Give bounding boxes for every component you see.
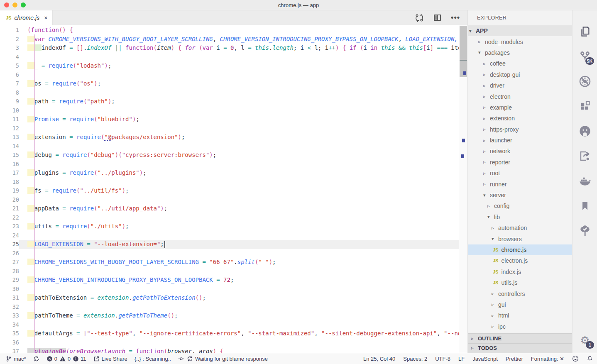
code-line-6[interactable]: 6 — [0, 71, 459, 80]
activity-debug-button[interactable] — [573, 72, 597, 90]
code-line-19[interactable]: 19 fs = require("../util/fs"); — [0, 186, 459, 195]
code-text[interactable]: os = require("os"); — [19, 79, 459, 88]
code-text[interactable]: _ = require("lodash"); — [19, 61, 459, 71]
code-line-11[interactable]: 11 Promise = require("bluebird"); — [0, 115, 459, 124]
tab-close-icon[interactable]: × — [44, 15, 47, 21]
code-text[interactable]: utils = require("./utils"); — [19, 222, 459, 231]
line-number[interactable]: 11 — [0, 115, 19, 124]
code-line-30[interactable]: 30 — [0, 285, 459, 294]
status-live-share[interactable]: Live Share — [93, 356, 127, 362]
code-text[interactable] — [19, 303, 459, 312]
code-text[interactable] — [19, 285, 459, 294]
status-git-branch[interactable]: mac* — [6, 356, 26, 362]
code-line-24[interactable]: 24 — [0, 231, 459, 240]
code-line-31[interactable]: 31 pathToExtension = extension.getPathTo… — [0, 293, 459, 303]
folder-driver[interactable]: ▹driver — [468, 80, 572, 91]
folder-reporter[interactable]: ▹reporter — [468, 157, 572, 168]
folder-launcher[interactable]: ▹launcher — [468, 135, 572, 146]
code-line-33[interactable]: 33 pathToTheme = extension.getPathToThem… — [0, 311, 459, 320]
code-line-34[interactable]: 34 — [0, 320, 459, 330]
code-text[interactable]: pathToTheme = extension.getPathToTheme()… — [19, 311, 459, 320]
line-number[interactable]: 8 — [0, 88, 19, 98]
code-line-2[interactable]: 2 var CHROME_VERSIONS_WITH_BUGGY_ROOT_LA… — [0, 35, 459, 44]
line-number[interactable]: 13 — [0, 133, 19, 142]
folder-node-modules[interactable]: ▹node_modules — [468, 36, 572, 47]
folder-lib[interactable]: ▾lib — [468, 212, 572, 222]
folder-app[interactable]: ▾APP — [468, 25, 572, 36]
code-text[interactable] — [19, 106, 459, 115]
code-text[interactable] — [19, 231, 459, 240]
line-number[interactable]: 35 — [0, 329, 19, 338]
code-text[interactable]: LOAD_EXTENSION = "--load-extension="; — [19, 240, 459, 249]
code-line-4[interactable]: 4 — [0, 53, 459, 62]
line-number[interactable]: 15 — [0, 151, 19, 160]
code-text[interactable]: defaultArgs = ["--test-type", "--ignore-… — [19, 329, 459, 338]
line-number[interactable]: 28 — [0, 267, 19, 276]
code-line-27[interactable]: 27 CHROME_VERSIONS_WITH_BUGGY_ROOT_LAYER… — [0, 258, 459, 267]
activity-source-control-button[interactable]: 5K — [573, 47, 597, 66]
status-scanning[interactable]: {..} : Scanning.. — [135, 356, 171, 362]
code-line-16[interactable]: 16 — [0, 160, 459, 169]
code-line-23[interactable]: 23 utils = require("./utils"); — [0, 222, 459, 231]
code-line-21[interactable]: 21 appData = require("../util/app_data")… — [0, 204, 459, 213]
status-formatter[interactable]: Prettier — [506, 356, 523, 362]
line-number[interactable]: 25 — [0, 240, 19, 249]
line-number[interactable]: 30 — [0, 285, 19, 294]
code-text[interactable] — [19, 124, 459, 133]
folder-packages[interactable]: ▾packages — [468, 47, 572, 58]
folder-config[interactable]: ▹config — [468, 200, 572, 211]
code-line-3[interactable]: 3 indexOf = [].indexOf || function(item)… — [0, 44, 459, 53]
activity-project-tests-button[interactable] — [573, 222, 597, 240]
code-line-9[interactable]: 9 path = require("path"); — [0, 97, 459, 106]
folder-automation[interactable]: ▹automation — [468, 222, 572, 233]
activity-explorer-button[interactable] — [573, 22, 597, 41]
line-number[interactable]: 23 — [0, 222, 19, 231]
line-number[interactable]: 20 — [0, 195, 19, 205]
line-number[interactable]: 34 — [0, 320, 19, 330]
line-number[interactable]: 7 — [0, 79, 19, 88]
code-text[interactable] — [19, 320, 459, 330]
editor-scrollbar[interactable] — [459, 25, 467, 353]
code-line-25[interactable]: 25 LOAD_EXTENSION = "--load-extension="; — [0, 240, 459, 249]
code-line-37[interactable]: 37 pluginsBeforeBrowserLaunch = function… — [0, 347, 459, 353]
folder-browsers[interactable]: ▾browsers — [468, 233, 572, 244]
file-utils-js[interactable]: JSutils.js — [468, 277, 572, 288]
code-text[interactable]: indexOf = [].indexOf || function(item) {… — [19, 44, 459, 53]
file-index-js[interactable]: JSindex.js — [468, 266, 572, 277]
code-line-8[interactable]: 8 — [0, 88, 459, 98]
code-line-1[interactable]: 1(function() { — [0, 26, 459, 35]
status-indentation[interactable]: Spaces: 2 — [403, 356, 427, 362]
code-line-22[interactable]: 22 — [0, 213, 459, 222]
code-text[interactable]: extension = require("@packages/extension… — [19, 133, 459, 142]
activity-live-share-button[interactable] — [573, 147, 597, 165]
activity-github-button[interactable] — [573, 122, 597, 140]
code-line-18[interactable]: 18 — [0, 178, 459, 187]
code-line-13[interactable]: 13 extension = require("@packages/extens… — [0, 133, 459, 142]
line-number[interactable]: 21 — [0, 204, 19, 213]
code-line-17[interactable]: 17 plugins = require("../plugins"); — [0, 169, 459, 178]
code-text[interactable] — [19, 195, 459, 205]
more-actions-button[interactable]: ••• — [451, 13, 460, 22]
file-chrome-js[interactable]: JSchrome.js — [468, 244, 572, 255]
folder-gui[interactable]: ▹gui — [468, 299, 572, 310]
code-line-28[interactable]: 28 — [0, 267, 459, 276]
code-text[interactable] — [19, 213, 459, 222]
line-number[interactable]: 27 — [0, 258, 19, 267]
line-number[interactable]: 17 — [0, 169, 19, 178]
code-text[interactable]: CHROME_VERSIONS_WITH_BUGGY_ROOT_LAYER_SC… — [19, 258, 459, 267]
status-feedback[interactable] — [572, 355, 579, 362]
code-text[interactable] — [19, 338, 459, 347]
line-number[interactable]: 9 — [0, 97, 19, 106]
folder-runner[interactable]: ▹runner — [468, 178, 572, 189]
code-line-29[interactable]: 29 CHROME_VERSION_INTRODUCING_PROXY_BYPA… — [0, 276, 459, 285]
line-number[interactable]: 16 — [0, 160, 19, 169]
status-formatting-toggle[interactable]: Formatting: ✕ — [531, 356, 564, 362]
line-number[interactable]: 10 — [0, 106, 19, 115]
folder-root[interactable]: ▹root — [468, 168, 572, 178]
line-number[interactable]: 5 — [0, 61, 19, 71]
todos-section-header[interactable]: ▹ TODOS — [468, 343, 572, 353]
code-line-36[interactable]: 36 — [0, 338, 459, 347]
folder-controllers[interactable]: ▹controllers — [468, 288, 572, 299]
activity-docker-button[interactable] — [573, 172, 597, 190]
code-line-35[interactable]: 35 defaultArgs = ["--test-type", "--igno… — [0, 329, 459, 338]
